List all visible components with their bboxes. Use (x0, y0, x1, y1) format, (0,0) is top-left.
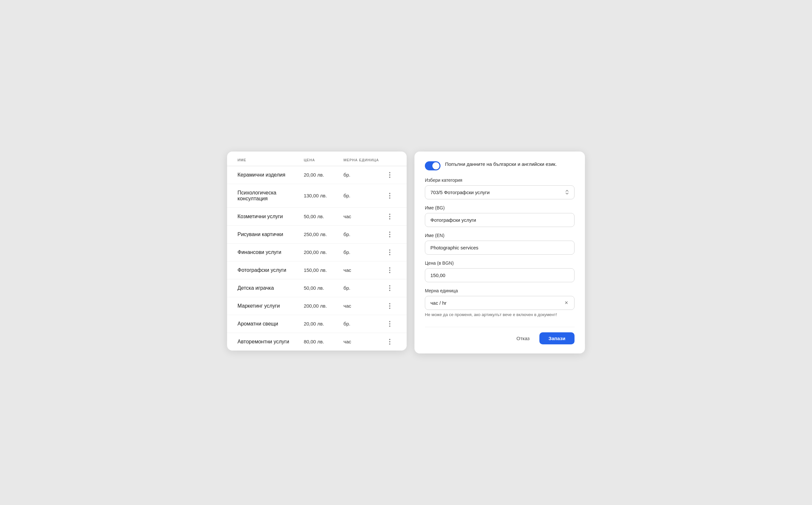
price-group: Цена (в BGN) (425, 261, 574, 282)
cell-name: Рисувани картички (238, 231, 304, 237)
table-header: ИМЕ ЦЕНА МЕРНА ЕДИНИЦА (227, 152, 407, 166)
unit-group: Мерна единица × Не може да се променя, а… (425, 288, 574, 318)
table-row: Козметични услуги 50,00 лв. час (227, 208, 407, 226)
table-row: Финансови услуги 200,00 лв. бр. (227, 243, 407, 262)
bilingual-toggle-row: Попълни данните на български и английски… (425, 161, 574, 170)
row-menu-button[interactable] (383, 172, 396, 178)
unit-hint: Не може да се променя, ако артикулът веч… (425, 312, 574, 318)
three-dots-icon (389, 231, 390, 237)
cancel-button[interactable]: Отказ (511, 332, 535, 344)
cell-price: 20,00 лв. (304, 172, 344, 178)
cell-price: 150,00 лв. (304, 267, 344, 273)
table-row: Психологическа консултация 130,00 лв. бр… (227, 184, 407, 208)
price-input[interactable] (425, 268, 574, 282)
col-actions-header (383, 158, 396, 162)
name-bg-label: Име (BG) (425, 205, 574, 210)
price-label: Цена (в BGN) (425, 261, 574, 266)
cell-name: Ароматни свещи (238, 321, 304, 327)
form-actions: Отказ Запази (425, 327, 574, 344)
save-button[interactable]: Запази (539, 332, 574, 344)
toggle-thumb (432, 162, 439, 169)
category-group: Избери категория 703/5 Фотографски услуг… (425, 178, 574, 199)
cell-unit: час (344, 303, 383, 309)
cell-unit: бр. (344, 172, 383, 178)
cell-unit: час (344, 339, 383, 344)
table-row: Авторемонтни услуги 80,00 лв. час (227, 333, 407, 351)
three-dots-icon (389, 321, 390, 327)
row-menu-button[interactable] (383, 214, 396, 219)
row-menu-button[interactable] (383, 285, 396, 291)
three-dots-icon (389, 303, 390, 309)
cell-name: Маркетинг услуги (238, 303, 304, 309)
cell-name: Психологическа консултация (238, 190, 304, 202)
three-dots-icon (389, 339, 390, 345)
table-row: Рисувани картички 250,00 лв. бр. (227, 226, 407, 243)
cell-name: Керамични изделия (238, 172, 304, 178)
table-row: Керамични изделия 20,00 лв. бр. (227, 166, 407, 184)
unit-input-wrapper: × (425, 296, 574, 310)
row-menu-button[interactable] (383, 231, 396, 237)
cell-unit: час (344, 214, 383, 219)
cell-unit: бр. (344, 285, 383, 291)
name-en-label: Име (EN) (425, 233, 574, 238)
unit-input[interactable] (425, 296, 574, 310)
row-menu-button[interactable] (383, 321, 396, 327)
app-container: ИМЕ ЦЕНА МЕРНА ЕДИНИЦА Керамични изделия… (227, 152, 585, 353)
category-label: Избери категория (425, 178, 574, 183)
three-dots-icon (389, 193, 390, 199)
category-select[interactable]: 703/5 Фотографски услуги (425, 185, 574, 199)
cell-unit: бр. (344, 249, 383, 255)
table-row: Детска играчка 50,00 лв. бр. (227, 279, 407, 297)
row-menu-button[interactable] (383, 249, 396, 255)
cell-unit: бр. (344, 321, 383, 326)
cell-price: 20,00 лв. (304, 321, 344, 326)
name-bg-input[interactable] (425, 213, 574, 227)
table-body: Керамични изделия 20,00 лв. бр. Психолог… (227, 166, 407, 351)
three-dots-icon (389, 285, 390, 291)
cell-name: Финансови услуги (238, 249, 304, 255)
unit-label: Мерна единица (425, 288, 574, 293)
items-table-panel: ИМЕ ЦЕНА МЕРНА ЕДИНИЦА Керамични изделия… (227, 152, 407, 351)
table-row: Маркетинг услуги 200,00 лв. час (227, 297, 407, 315)
cell-name: Детска играчка (238, 285, 304, 291)
col-name-header: ИМЕ (238, 158, 304, 162)
cell-price: 250,00 лв. (304, 231, 344, 237)
table-row: Фотографски услуги 150,00 лв. час (227, 262, 407, 279)
cell-name: Козметични услуги (238, 214, 304, 219)
unit-clear-button[interactable]: × (563, 299, 570, 306)
name-bg-group: Име (BG) (425, 205, 574, 227)
bilingual-toggle[interactable] (425, 161, 440, 170)
name-en-input[interactable] (425, 240, 574, 255)
edit-form-panel: Попълни данните на български и английски… (414, 152, 585, 353)
three-dots-icon (389, 249, 390, 255)
name-en-group: Име (EN) (425, 233, 574, 255)
cell-name: Фотографски услуги (238, 267, 304, 273)
three-dots-icon (389, 172, 390, 178)
cell-name: Авторемонтни услуги (238, 339, 304, 345)
row-menu-button[interactable] (383, 267, 396, 273)
row-menu-button[interactable] (383, 303, 396, 309)
cell-price: 50,00 лв. (304, 214, 344, 219)
cell-price: 50,00 лв. (304, 285, 344, 291)
cell-price: 200,00 лв. (304, 249, 344, 255)
table-row: Ароматни свещи 20,00 лв. бр. (227, 315, 407, 333)
row-menu-button[interactable] (383, 193, 396, 199)
cell-unit: бр. (344, 193, 383, 198)
cell-price: 200,00 лв. (304, 303, 344, 309)
three-dots-icon (389, 214, 390, 219)
three-dots-icon (389, 267, 390, 273)
row-menu-button[interactable] (383, 339, 396, 345)
cell-unit: бр. (344, 231, 383, 237)
toggle-label: Попълни данните на български и английски… (445, 161, 557, 167)
col-unit-header: МЕРНА ЕДИНИЦА (344, 158, 383, 162)
cell-price: 80,00 лв. (304, 339, 344, 344)
cell-unit: час (344, 267, 383, 273)
cell-price: 130,00 лв. (304, 193, 344, 198)
col-price-header: ЦЕНА (304, 158, 344, 162)
